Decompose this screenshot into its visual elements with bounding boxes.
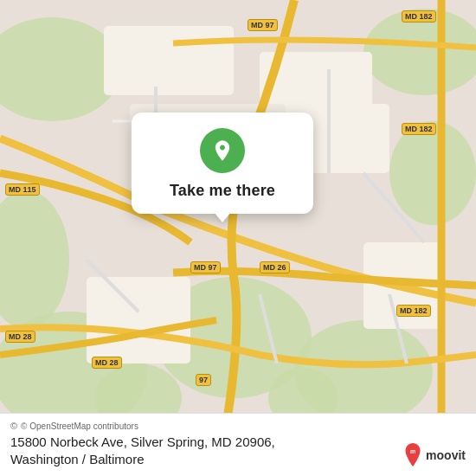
take-me-there-button[interactable]: Take me there	[170, 182, 275, 200]
road-label-md26: MD 26	[260, 261, 290, 273]
road-label-md182-low: MD 182	[396, 305, 431, 317]
road-label-md28-low: MD 28	[5, 331, 35, 343]
road-label-md182-mid: MD 182	[402, 123, 436, 135]
road-label-97-low: 97	[196, 374, 211, 386]
address-line1: 15800 Norbeck Ave, Silver Spring, MD 209…	[10, 434, 466, 451]
svg-point-3	[389, 121, 476, 225]
address-line2: Washington / Baltimore	[10, 451, 466, 468]
svg-rect-10	[104, 26, 234, 95]
copyright-row: © © OpenStreetMap contributors	[10, 421, 466, 431]
map-svg	[0, 0, 476, 433]
road-label-md115: MD 115	[5, 183, 40, 196]
road-label-md97-mid: MD 97	[190, 261, 221, 273]
location-pin-icon	[210, 138, 235, 163]
road-label-md182-top: MD 182	[402, 10, 436, 23]
svg-rect-13	[303, 104, 389, 173]
svg-rect-14	[87, 277, 190, 363]
copyright-text: © OpenStreetMap contributors	[21, 421, 138, 431]
moovit-logo: m moovit	[403, 443, 466, 467]
svg-text:m: m	[410, 448, 415, 454]
moovit-text: moovit	[426, 448, 466, 462]
bottom-bar: © © OpenStreetMap contributors 15800 Nor…	[0, 413, 476, 476]
road-label-md28-lower: MD 28	[92, 357, 122, 369]
road-label-md97-top: MD 97	[248, 19, 278, 31]
map-container: MD 97 MD 182 MD 182 MD 182 MD 115 MD 97 …	[0, 0, 476, 476]
pin-icon-wrapper	[200, 128, 245, 173]
copyright-symbol: ©	[10, 421, 17, 431]
popup-card: Take me there	[132, 113, 313, 214]
moovit-logo-pin: m	[403, 443, 422, 467]
